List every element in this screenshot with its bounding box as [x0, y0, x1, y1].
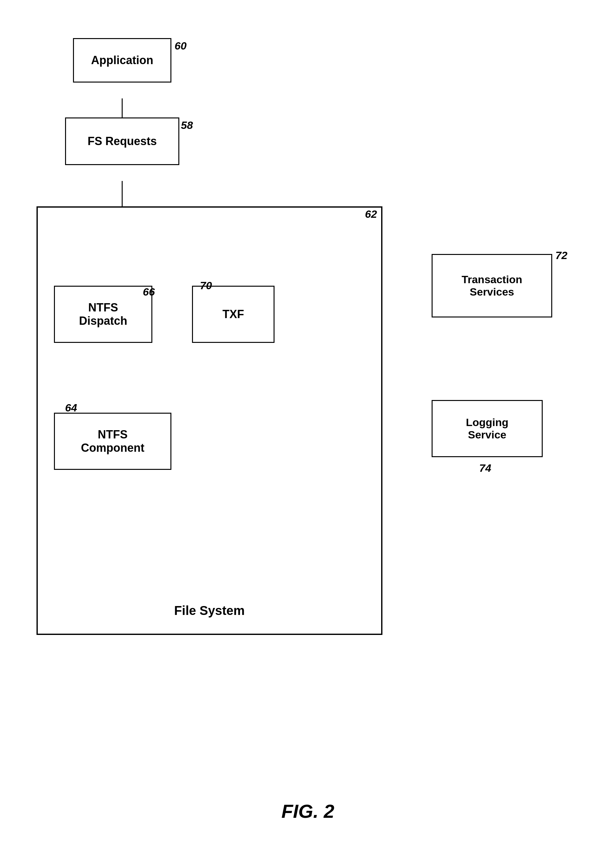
application-label: Application: [91, 53, 153, 67]
ntfs-component-box: NTFS Component: [54, 413, 171, 470]
transaction-services-label: Transaction Services: [462, 273, 522, 298]
logging-service-ref: 74: [479, 462, 491, 474]
application-box: Application: [73, 38, 171, 83]
transaction-services-ref: 72: [555, 249, 567, 261]
txf-ref: 70: [200, 279, 212, 292]
application-ref: 60: [174, 40, 187, 52]
file-system-ref: 62: [365, 208, 377, 220]
txf-label: TXF: [223, 308, 244, 321]
transaction-services-box: Transaction Services: [432, 254, 552, 318]
ntfs-component-label: NTFS Component: [81, 428, 145, 455]
logging-service-box: Logging Service: [432, 400, 543, 457]
ntfs-component-ref: 64: [65, 401, 77, 414]
fs-requests-box: FS Requests: [65, 118, 179, 165]
txf-box: TXF: [192, 286, 275, 343]
figure-caption: FIG. 2: [19, 800, 597, 822]
ntfs-dispatch-box: NTFS Dispatch: [54, 286, 152, 343]
fs-requests-label: FS Requests: [88, 135, 157, 148]
logging-service-label: Logging Service: [466, 416, 508, 441]
fs-requests-ref: 58: [181, 119, 193, 131]
file-system-label: File System: [38, 604, 381, 618]
ntfs-dispatch-ref: 66: [143, 286, 155, 298]
ntfs-dispatch-label: NTFS Dispatch: [79, 301, 127, 327]
diagram-container: Application 60 FS Requests 58 File Syste…: [19, 19, 597, 845]
